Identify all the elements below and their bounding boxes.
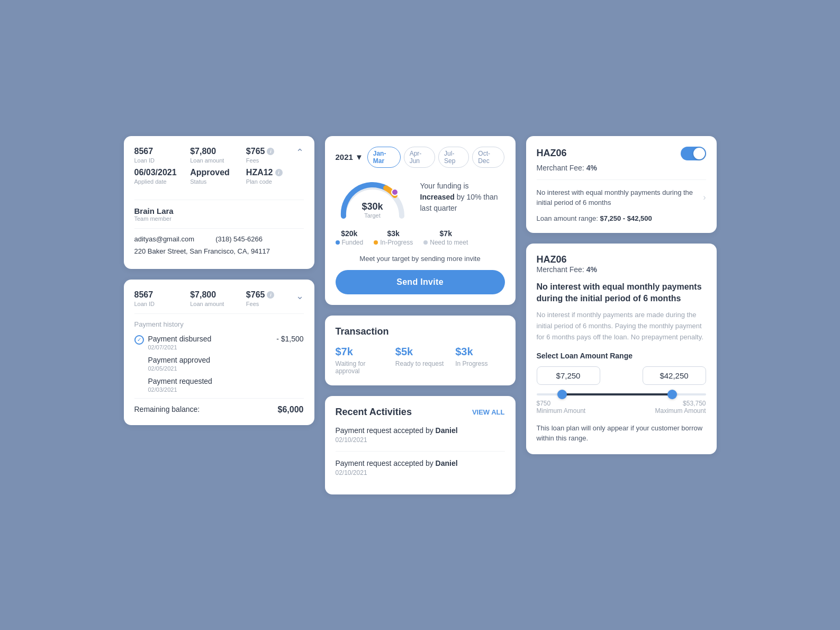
payment-check-icon: ✓ <box>134 335 144 345</box>
range-inputs: $7,250 $42,250 <box>537 366 706 385</box>
haz06-desc-body: No interest if monthly payments are made… <box>537 310 706 343</box>
slider-note: This loan plan will only appear if your … <box>537 423 706 444</box>
view-all-button[interactable]: VIEW ALL <box>472 408 505 416</box>
transaction-title: Transaction <box>336 326 505 337</box>
range-min-input[interactable]: $7,250 <box>537 366 600 385</box>
slider-labels: $750 Minimum Amount $53,750 Maximum Amou… <box>537 400 706 415</box>
activities-header: Recent Activities VIEW ALL <box>336 407 505 418</box>
divider <box>134 228 304 229</box>
transaction-waiting: $7k Waiting for approval <box>336 346 385 375</box>
toggle-switch[interactable] <box>681 147 706 160</box>
year-selector: 2021 ▼ Jan-Mar Apr-Jun Jul-Sep Oct-Dec <box>336 147 505 168</box>
chevron-up-icon[interactable]: ⌃ <box>296 147 304 158</box>
divider <box>336 451 505 452</box>
merchant-fee-2: Merchant Fee: 4% <box>537 265 706 274</box>
contact-info: adityas@gmail.com (318) 545-6266 <box>134 235 304 243</box>
fees-info-icon[interactable]: i <box>267 148 274 155</box>
haz06-desc-large: No interest with equal monthly payments … <box>537 281 706 305</box>
loan-range-slider[interactable]: $750 Minimum Amount $53,750 Maximum Amou… <box>537 393 706 415</box>
legend-need: $7k Need to meet <box>423 229 468 246</box>
toggle-knob <box>693 148 705 159</box>
transaction-grid: $7k Waiting for approval $5k Ready to re… <box>336 346 505 375</box>
haz06-title-1: HAZ06 <box>537 148 567 159</box>
payment-row-3: Payment requested 02/03/2021 <box>134 377 304 393</box>
haz06-header-1: HAZ06 <box>537 147 706 160</box>
svg-point-0 <box>392 189 398 195</box>
status-field: Approved Status <box>190 168 240 185</box>
merchant-fee-1: Merchant Fee: 4% <box>537 164 706 172</box>
transaction-inprogress: $3k In Progress <box>455 346 504 375</box>
slider-thumb-min[interactable] <box>557 390 567 399</box>
divider <box>134 313 304 314</box>
quarter-tabs: Jan-Mar Apr-Jun Jul-Sep Oct-Dec <box>367 147 505 168</box>
loan-amount-field: $7,800 Loan amount <box>190 147 240 164</box>
main-layout: 8567 Loan ID $7,800 Loan amount $765 i F… <box>124 136 717 494</box>
haz06-description-row[interactable]: No interest with equal monthly payments … <box>537 179 706 208</box>
applied-date-field: 06/03/2021 Applied date <box>134 168 184 185</box>
payment-history-label: Payment history <box>134 320 304 328</box>
loan-id-field-2: 8567 Loan ID <box>134 290 184 307</box>
funded-dot <box>336 240 340 245</box>
payment-row-1: ✓ Payment disbursed 02/07/2021 - $1,500 <box>134 335 304 350</box>
team-member-name: Brain Lara <box>134 206 304 215</box>
chevron-down-icon[interactable]: ⌄ <box>296 290 304 302</box>
quarter-tab-jul-sep[interactable]: Jul-Sep <box>438 147 469 168</box>
gauge-section: $30k Target Your funding is Increased by… <box>336 176 505 219</box>
loan-id-field: 8567 Loan ID <box>134 147 184 164</box>
legend-funded: $20k Funded <box>336 229 364 246</box>
payment-row-2: Payment approved 02/05/2021 <box>134 356 304 372</box>
haz06-card-1: HAZ06 Merchant Fee: 4% No interest with … <box>526 136 717 233</box>
invite-text: Meet your target by sending more invite <box>336 255 505 263</box>
select-range-label: Select Loan Amount Range <box>537 352 706 360</box>
dropdown-arrow-icon: ▼ <box>355 152 363 161</box>
transaction-ready: $5k Ready to request <box>395 346 445 375</box>
quarter-tab-jan-mar[interactable]: Jan-Mar <box>367 147 401 168</box>
haz06-title-2: HAZ06 <box>537 254 706 265</box>
team-member-label: Team member <box>134 215 304 222</box>
activities-title: Recent Activities <box>336 407 412 418</box>
funding-description: Your funding is Increased by 10% than la… <box>420 181 505 214</box>
transaction-card: Transaction $7k Waiting for approval $5k… <box>325 316 516 385</box>
loan-amount-field-2: $7,800 Loan amount <box>190 290 240 307</box>
activity-item-2: Payment request accepted by Daniel 02/10… <box>336 459 505 476</box>
haz06-card-2: HAZ06 Merchant Fee: 4% No interest with … <box>526 244 717 454</box>
activity-item-1: Payment request accepted by Daniel 02/10… <box>336 426 505 444</box>
payment-history-card: 8567 Loan ID $7,800 Loan amount $765 i F… <box>124 280 314 425</box>
gauge-chart: $30k Target <box>336 176 410 219</box>
plan-code-field: HZA12 i Plan code <box>246 168 296 185</box>
loan-info-card: 8567 Loan ID $7,800 Loan amount $765 i F… <box>124 136 314 269</box>
funding-card: 2021 ▼ Jan-Mar Apr-Jun Jul-Sep Oct-Dec <box>325 136 516 305</box>
recent-activities-card: Recent Activities VIEW ALL Payment reque… <box>325 396 516 494</box>
loan-range-text: Loan amount range: $7,250 - $42,500 <box>537 214 706 222</box>
inprogress-dot <box>374 240 378 245</box>
chevron-right-icon: › <box>703 193 706 202</box>
legend: $20k Funded $3k In-Progress $7k <box>336 229 505 246</box>
divider <box>134 200 304 200</box>
send-invite-button[interactable]: Send Invite <box>336 270 505 294</box>
remaining-balance: Remaining balance: $6,000 <box>134 398 304 415</box>
quarter-tab-apr-jun[interactable]: Apr-Jun <box>404 147 435 168</box>
need-dot <box>423 240 428 245</box>
fees-field-2: $765 i Fees <box>246 290 296 307</box>
range-max-input[interactable]: $42,250 <box>643 366 706 385</box>
slider-thumb-max[interactable] <box>667 390 677 399</box>
fees-info-icon-2[interactable]: i <box>267 291 274 299</box>
quarter-tab-oct-dec[interactable]: Oct-Dec <box>472 147 504 168</box>
plan-code-info-icon[interactable]: i <box>275 169 283 176</box>
fees-field: $765 i Fees <box>246 147 296 164</box>
address: 220 Baker Street, San Francisco, CA, 941… <box>134 247 304 255</box>
legend-inprogress: $3k In-Progress <box>374 229 413 246</box>
year-dropdown[interactable]: 2021 ▼ <box>336 152 363 161</box>
